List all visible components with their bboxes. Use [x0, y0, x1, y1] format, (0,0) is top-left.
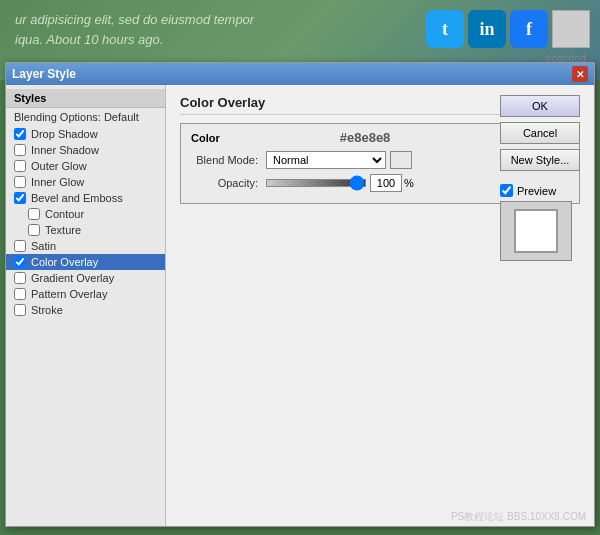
- stroke-checkbox[interactable]: [14, 304, 26, 316]
- satin-label: Satin: [31, 240, 56, 252]
- bevel-emboss-label: Bevel and Emboss: [31, 192, 123, 204]
- styles-header: Styles: [6, 89, 165, 108]
- pattern-overlay-checkbox[interactable]: [14, 288, 26, 300]
- linkedin-icon[interactable]: in: [468, 10, 506, 48]
- social-icons-group: t in f: [426, 10, 590, 48]
- opacity-slider[interactable]: [266, 179, 366, 187]
- bevel-emboss-checkbox[interactable]: [14, 192, 26, 204]
- inner-glow-checkbox[interactable]: [14, 176, 26, 188]
- preview-label-text: Preview: [517, 185, 556, 197]
- drop-shadow-label: Drop Shadow: [31, 128, 98, 140]
- layer-item-texture[interactable]: Texture: [6, 222, 165, 238]
- new-style-button[interactable]: New Style...: [500, 149, 580, 171]
- left-panel: Styles Blending Options: Default Drop Sh…: [6, 85, 166, 526]
- opacity-input[interactable]: 100: [370, 174, 402, 192]
- layer-item-color-overlay[interactable]: Color Overlay: [6, 254, 165, 270]
- preview-inner: [514, 209, 558, 253]
- inner-shadow-label: Inner Shadow: [31, 144, 99, 156]
- gradient-overlay-checkbox[interactable]: [14, 272, 26, 284]
- facebook-icon[interactable]: f: [510, 10, 548, 48]
- color-swatch[interactable]: [390, 151, 412, 169]
- texture-checkbox[interactable]: [28, 224, 40, 236]
- outer-glow-checkbox[interactable]: [14, 160, 26, 172]
- blend-options-item[interactable]: Blending Options: Default: [6, 108, 165, 126]
- gradient-overlay-label: Gradient Overlay: [31, 272, 114, 284]
- title-bar: Layer Style ✕: [6, 63, 594, 85]
- layer-item-stroke[interactable]: Stroke: [6, 302, 165, 318]
- twitter-icon[interactable]: t: [426, 10, 464, 48]
- texture-label: Texture: [45, 224, 81, 236]
- percent-label: %: [404, 177, 414, 189]
- drop-shadow-checkbox[interactable]: [14, 128, 26, 140]
- close-button[interactable]: ✕: [572, 66, 588, 82]
- layer-item-pattern-overlay[interactable]: Pattern Overlay: [6, 286, 165, 302]
- outer-glow-label: Outer Glow: [31, 160, 87, 172]
- layer-item-outer-glow[interactable]: Outer Glow: [6, 158, 165, 174]
- layer-item-gradient-overlay[interactable]: Gradient Overlay: [6, 270, 165, 286]
- pattern-overlay-label: Pattern Overlay: [31, 288, 107, 300]
- color-overlay-label: Color Overlay: [31, 256, 98, 268]
- ok-button[interactable]: OK: [500, 95, 580, 117]
- blend-mode-label: Blend Mode:: [191, 154, 266, 166]
- preview-checkbox[interactable]: [500, 184, 513, 197]
- layer-item-satin[interactable]: Satin: [6, 238, 165, 254]
- contour-label: Contour: [45, 208, 84, 220]
- right-panel: Color Overlay Color #e8e8e8 Blend Mode: …: [166, 85, 594, 526]
- opacity-label: Opacity:: [191, 177, 266, 189]
- color-overlay-checkbox[interactable]: [14, 256, 26, 268]
- bg-line1: ur adipisicing elit, sed do eiusmod temp…: [15, 12, 254, 27]
- layer-style-dialog: Layer Style ✕ Styles Blending Options: D…: [5, 62, 595, 527]
- layer-item-inner-glow[interactable]: Inner Glow: [6, 174, 165, 190]
- layer-item-drop-shadow[interactable]: Drop Shadow: [6, 126, 165, 142]
- dialog-body: Styles Blending Options: Default Drop Sh…: [6, 85, 594, 526]
- bg-line2-plain: iqua.: [15, 32, 43, 47]
- contour-checkbox[interactable]: [28, 208, 40, 220]
- blend-mode-select[interactable]: Normal Multiply Screen Overlay: [266, 151, 386, 169]
- preview-label-row: Preview: [500, 184, 580, 197]
- color-label: Color: [191, 132, 220, 144]
- layer-item-inner-shadow[interactable]: Inner Shadow: [6, 142, 165, 158]
- watermark: PS教程论坛 BBS.10XX8.COM: [451, 510, 586, 524]
- inner-glow-label: Inner Glow: [31, 176, 84, 188]
- layer-item-contour[interactable]: Contour: [6, 206, 165, 222]
- preview-section: Preview: [500, 184, 580, 261]
- inner-shadow-checkbox[interactable]: [14, 144, 26, 156]
- stroke-label: Stroke: [31, 304, 63, 316]
- hex-color-display: #e8e8e8: [340, 130, 391, 145]
- blank-icon: [552, 10, 590, 48]
- bg-line2-italic: About 10 hours ago.: [43, 32, 163, 47]
- button-panel: OK Cancel New Style... Preview: [500, 95, 580, 261]
- satin-checkbox[interactable]: [14, 240, 26, 252]
- dialog-title: Layer Style: [12, 67, 76, 81]
- preview-box: [500, 201, 572, 261]
- layer-item-bevel-emboss[interactable]: Bevel and Emboss: [6, 190, 165, 206]
- cancel-button[interactable]: Cancel: [500, 122, 580, 144]
